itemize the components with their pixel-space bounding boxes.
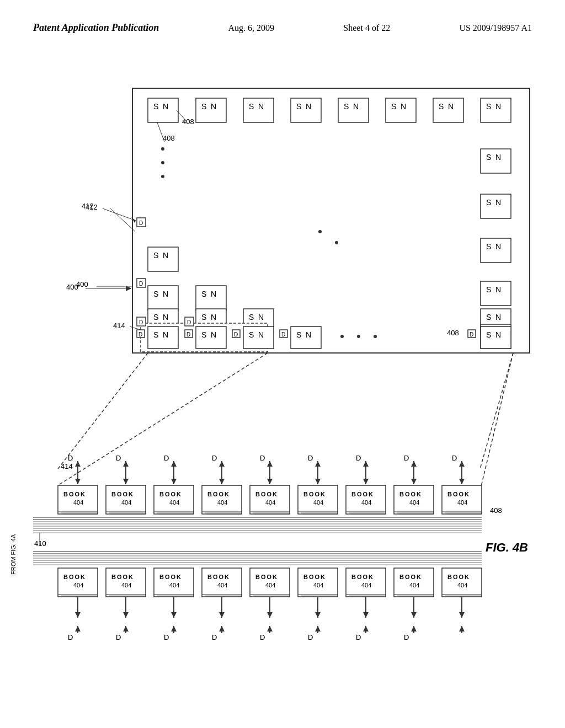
svg-marker-319 <box>315 626 321 631</box>
svg-text:S: S <box>201 313 206 322</box>
svg-text:BOOK: BOOK <box>255 574 278 580</box>
svg-text:404: 404 <box>73 499 83 506</box>
svg-marker-327 <box>411 612 417 618</box>
svg-text:BOOK: BOOK <box>207 491 230 497</box>
svg-marker-132 <box>123 479 129 484</box>
svg-text:S: S <box>153 102 158 111</box>
svg-text:BOOK: BOOK <box>399 574 422 580</box>
svg-text:S: S <box>439 102 444 111</box>
svg-text:D: D <box>281 331 285 338</box>
svg-point-84 <box>340 335 344 338</box>
svg-text:404: 404 <box>361 499 371 506</box>
svg-rect-0 <box>132 88 530 353</box>
svg-text:404: 404 <box>121 499 131 506</box>
svg-text:404: 404 <box>217 499 227 506</box>
svg-text:S: S <box>201 290 206 298</box>
svg-text:S: S <box>486 242 491 251</box>
svg-marker-145 <box>171 461 177 467</box>
svg-text:S: S <box>201 102 206 111</box>
svg-text:D: D <box>356 633 361 641</box>
svg-text:S: S <box>486 330 491 339</box>
svg-marker-297 <box>123 612 129 618</box>
svg-text:412: 412 <box>82 202 94 210</box>
svg-text:BOOK: BOOK <box>399 491 422 497</box>
svg-text:BOOK: BOOK <box>207 574 230 580</box>
svg-text:404: 404 <box>313 582 323 588</box>
svg-text:N: N <box>211 102 216 111</box>
svg-text:D: D <box>139 281 143 287</box>
svg-text:N: N <box>495 285 501 294</box>
svg-text:N: N <box>495 242 501 251</box>
svg-text:D: D <box>452 454 457 462</box>
svg-text:N: N <box>448 102 454 111</box>
svg-marker-134 <box>123 461 129 467</box>
svg-marker-167 <box>267 461 273 467</box>
svg-marker-123 <box>75 461 81 467</box>
svg-text:N: N <box>163 102 168 111</box>
svg-point-79 <box>161 147 164 151</box>
svg-text:BOOK: BOOK <box>351 491 374 497</box>
svg-text:N: N <box>163 330 168 339</box>
svg-text:BOOK: BOOK <box>447 491 470 497</box>
svg-text:BOOK: BOOK <box>159 491 182 497</box>
svg-text:S: S <box>249 330 254 339</box>
svg-text:D: D <box>212 633 217 641</box>
svg-text:404: 404 <box>361 582 371 588</box>
svg-text:404: 404 <box>217 582 227 588</box>
svg-text:404: 404 <box>169 582 179 588</box>
svg-marker-178 <box>315 461 321 467</box>
svg-marker-294 <box>75 626 81 631</box>
svg-text:S: S <box>201 330 206 339</box>
svg-text:N: N <box>163 251 168 260</box>
svg-text:N: N <box>258 330 264 339</box>
svg-point-80 <box>161 161 164 164</box>
svg-text:N: N <box>211 290 216 298</box>
svg-marker-302 <box>171 612 177 618</box>
svg-text:S: S <box>486 102 491 111</box>
svg-text:D: D <box>404 454 409 462</box>
svg-text:D: D <box>404 633 409 641</box>
svg-text:BOOK: BOOK <box>111 491 134 497</box>
svg-text:BOOK: BOOK <box>63 491 86 497</box>
svg-marker-307 <box>219 612 225 618</box>
svg-text:404: 404 <box>265 499 275 506</box>
svg-text:404: 404 <box>265 582 275 588</box>
svg-text:S: S <box>153 313 158 322</box>
svg-point-82 <box>318 230 322 233</box>
svg-text:404: 404 <box>169 499 179 506</box>
svg-text:408: 408 <box>490 506 502 515</box>
svg-text:404: 404 <box>409 582 419 588</box>
svg-marker-322 <box>363 612 369 618</box>
svg-text:D: D <box>116 633 121 641</box>
svg-text:S: S <box>486 313 491 322</box>
svg-text:D: D <box>260 454 265 462</box>
svg-text:S: S <box>296 102 301 111</box>
svg-text:D: D <box>260 633 265 641</box>
svg-marker-309 <box>219 626 225 631</box>
main-diagram: S N S N S N S N S N S N S N S N 408 S N … <box>0 72 565 728</box>
svg-text:D: D <box>186 331 190 338</box>
svg-text:404: 404 <box>457 499 467 506</box>
svg-marker-324 <box>363 626 369 631</box>
svg-text:S: S <box>296 330 301 339</box>
svg-text:S: S <box>153 251 158 260</box>
svg-marker-189 <box>363 461 369 467</box>
svg-marker-334 <box>459 626 465 631</box>
svg-text:N: N <box>306 102 311 111</box>
svg-text:N: N <box>401 102 406 111</box>
svg-point-83 <box>335 241 338 244</box>
svg-text:FROM FIG. 4A: FROM FIG. 4A <box>10 534 17 575</box>
publication-date: Aug. 6, 2009 <box>228 23 275 33</box>
svg-text:414: 414 <box>61 462 73 470</box>
svg-text:BOOK: BOOK <box>303 574 326 580</box>
svg-text:N: N <box>258 102 264 111</box>
svg-marker-154 <box>219 479 225 484</box>
svg-marker-121 <box>75 479 81 484</box>
svg-text:400: 400 <box>66 283 78 291</box>
svg-text:BOOK: BOOK <box>63 574 86 580</box>
svg-text:D: D <box>139 319 143 325</box>
svg-line-340 <box>103 208 136 221</box>
svg-text:414: 414 <box>113 322 125 330</box>
svg-text:N: N <box>353 102 359 111</box>
svg-marker-292 <box>75 612 81 618</box>
